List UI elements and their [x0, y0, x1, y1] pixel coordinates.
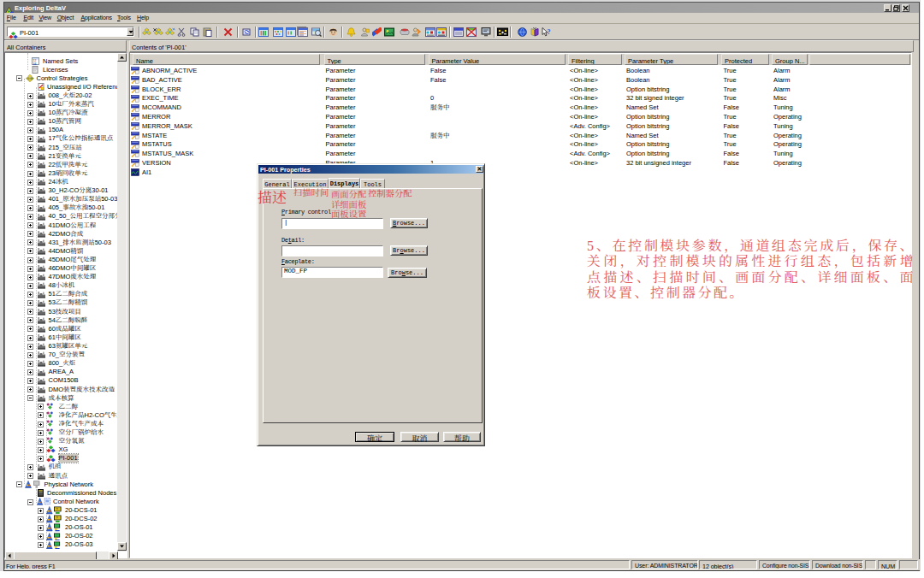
svg-text:?: ?: [547, 28, 550, 36]
svg-text:34: 34: [33, 62, 37, 64]
